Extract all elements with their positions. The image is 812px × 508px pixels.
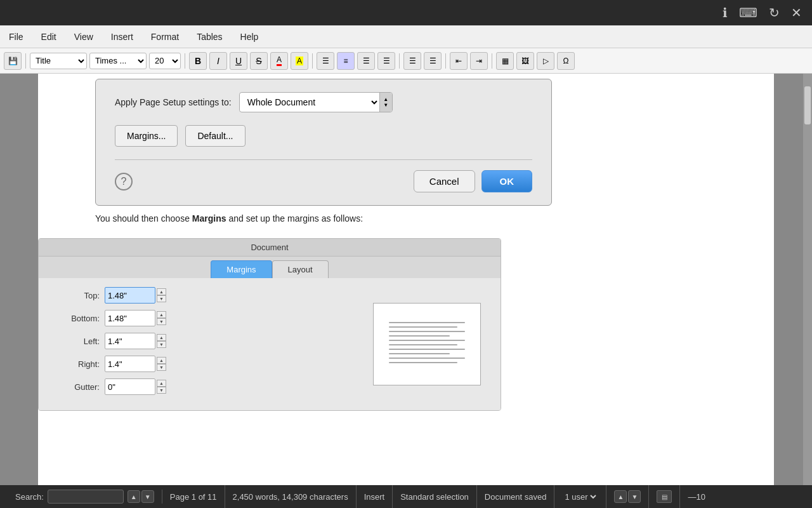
gutter-up-arrow[interactable]: ▲ (157, 380, 166, 387)
refresh-icon[interactable]: ↻ (769, 5, 780, 20)
bold-button[interactable]: B (189, 52, 207, 70)
ok-button[interactable]: OK (481, 170, 533, 192)
media-button[interactable]: ▷ (537, 52, 554, 70)
search-up-arrow[interactable]: ▲ (128, 490, 140, 503)
strikethrough-button[interactable]: S (250, 52, 268, 70)
cancel-button[interactable]: Cancel (414, 170, 475, 192)
top-input[interactable] (105, 287, 155, 304)
zoom-level: 10 (696, 492, 705, 502)
keyboard-icon[interactable]: ⌨ (739, 5, 757, 20)
top-up-arrow[interactable]: ▲ (157, 288, 166, 295)
text-color-button[interactable]: A (270, 52, 288, 70)
top-down-arrow[interactable]: ▼ (157, 295, 166, 302)
user-count-section: 1 user (554, 485, 606, 508)
bottom-arrows[interactable]: ▲ ▼ (157, 311, 166, 325)
table-button[interactable]: ▦ (496, 52, 514, 70)
gutter-input[interactable] (105, 378, 155, 395)
menu-edit[interactable]: Edit (37, 29, 60, 44)
symbol-button[interactable]: Ω (557, 52, 575, 70)
page-line-6 (389, 344, 457, 345)
dialog-separator (115, 159, 532, 160)
tab-layout[interactable]: Layout (272, 260, 329, 278)
bottom-up-arrow[interactable]: ▲ (157, 311, 166, 318)
page-line-10 (389, 362, 457, 363)
toolbar-separator-1 (25, 53, 26, 69)
menu-insert[interactable]: Insert (107, 29, 137, 44)
bullet-list-button[interactable]: ☰ (403, 52, 421, 70)
search-label: Search: (15, 492, 44, 502)
layout-button[interactable]: ▤ (657, 490, 672, 503)
right-down-arrow[interactable]: ▼ (157, 364, 166, 371)
toolbar-separator-3 (312, 53, 313, 69)
align-left-button[interactable]: ☰ (317, 52, 334, 70)
toolbar-separator-4 (399, 53, 400, 69)
size-select[interactable]: 20 (149, 53, 181, 69)
underline-button[interactable]: U (230, 52, 247, 70)
menu-format[interactable]: Format (147, 29, 183, 44)
save-button[interactable]: 💾 (4, 52, 22, 70)
image-button[interactable]: 🖼 (516, 52, 534, 70)
page-setup-dialog: Apply Page Setup settings to: Whole Docu… (95, 79, 552, 206)
scrollbar-track[interactable] (803, 74, 812, 485)
italic-button[interactable]: I (209, 52, 227, 70)
toolbar: 💾 Title Times ... 20 B I U S A A ☰ ≡ ☰ ☰… (0, 48, 812, 74)
status-bar: Search: ▲ ▼ Page 1 of 11 2,450 words, 14… (0, 485, 812, 508)
top-arrows[interactable]: ▲ ▼ (157, 288, 166, 302)
search-nav-arrows: ▲ ▼ (128, 490, 154, 503)
right-arrows[interactable]: ▲ ▼ (157, 357, 166, 371)
user-select[interactable]: 1 user (562, 491, 598, 502)
margins-preview (363, 287, 490, 401)
highlight-button[interactable]: A (291, 52, 308, 70)
menu-view[interactable]: View (70, 29, 97, 44)
instruction-text: You should then choose Margins and set u… (95, 212, 717, 225)
word-count: 2,450 words, 14,309 characters (225, 485, 357, 508)
right-input[interactable] (105, 356, 155, 372)
zoom-separator: — (688, 492, 696, 502)
left-arrows[interactable]: ▲ ▼ (157, 334, 166, 348)
search-down-arrow[interactable]: ▼ (141, 490, 154, 503)
left-down-arrow[interactable]: ▼ (157, 341, 166, 348)
justify-button[interactable]: ☰ (377, 52, 395, 70)
numbered-list-button[interactable]: ☰ (424, 52, 442, 70)
doc-status: Document saved (477, 485, 555, 508)
default-button[interactable]: Default... (185, 125, 245, 147)
document-scope-select[interactable]: Whole Document (240, 94, 379, 110)
bottom-down-arrow[interactable]: ▼ (157, 318, 166, 325)
align-right-button[interactable]: ☰ (357, 52, 375, 70)
scope-arrows[interactable]: ▲ ▼ (379, 93, 392, 112)
decrease-indent-button[interactable]: ⇤ (450, 52, 468, 70)
page-line-1 (389, 322, 465, 323)
menu-tables[interactable]: Tables (193, 29, 226, 44)
margins-keyword: Margins (192, 213, 226, 224)
menu-help[interactable]: Help (237, 29, 263, 44)
ok-cancel-buttons: Cancel OK (414, 170, 532, 192)
page-info: Page 1 of 11 (162, 485, 225, 508)
search-input[interactable] (48, 490, 124, 504)
margins-button[interactable]: Margins... (115, 125, 178, 147)
document-scope-select-wrap[interactable]: Whole Document ▲ ▼ (239, 92, 393, 112)
toolbar-separator-6 (492, 53, 492, 69)
gutter-down-arrow[interactable]: ▼ (157, 387, 166, 394)
help-button[interactable]: ? (115, 173, 133, 190)
page-up-arrow[interactable]: ▲ (614, 490, 627, 503)
gutter-arrows[interactable]: ▲ ▼ (157, 380, 166, 394)
gutter-label: Gutter: (49, 382, 100, 392)
scrollbar-thumb[interactable] (804, 86, 811, 124)
style-select[interactable]: Title (30, 53, 87, 69)
align-center-button[interactable]: ≡ (337, 52, 355, 70)
tab-margins[interactable]: Margins (211, 260, 272, 278)
left-input[interactable] (105, 333, 155, 349)
left-up-arrow[interactable]: ▲ (157, 334, 166, 341)
toolbar-separator-5 (445, 53, 446, 69)
system-bar: ℹ ⌨ ↻ ✕ (0, 0, 812, 25)
increase-indent-button[interactable]: ⇥ (470, 52, 488, 70)
page-down-arrow[interactable]: ▼ (628, 490, 641, 503)
field-row-bottom: Bottom: ▲ ▼ (49, 310, 353, 326)
font-select[interactable]: Times ... (89, 53, 147, 69)
bottom-input[interactable] (105, 310, 155, 326)
close-icon[interactable]: ✕ (791, 5, 802, 20)
menu-file[interactable]: File (5, 29, 27, 44)
right-up-arrow[interactable]: ▲ (157, 357, 166, 364)
search-section: Search: ▲ ▼ (8, 490, 162, 504)
info-icon[interactable]: ℹ (723, 5, 728, 20)
